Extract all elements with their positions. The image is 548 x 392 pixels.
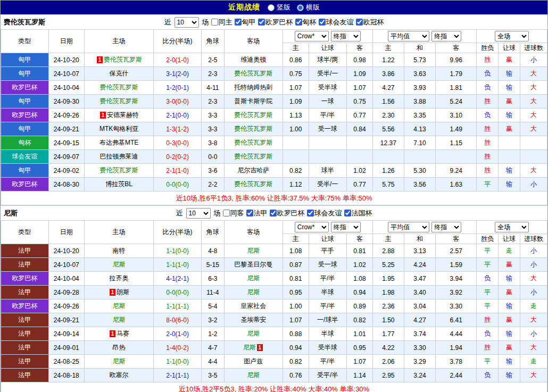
match-count-select[interactable]: 10 [175,17,199,28]
corner-cell: 11-4 [201,286,224,299]
home-team-name[interactable]: 朗斯 [117,288,129,296]
league-checkbox[interactable] [258,19,265,26]
away-team-name[interactable]: 托特纳姆热刺 [234,84,272,91]
league-checkbox[interactable] [295,19,302,26]
home-team-name[interactable]: 费伦茨瓦罗斯 [100,84,138,91]
away-team-name[interactable]: 费伦茨瓦罗斯 [234,70,272,77]
away-team-name[interactable]: 尼斯 [247,371,260,379]
avg-home-cell: 2.95 [372,369,404,382]
home-team-name[interactable]: 费伦茨瓦罗斯 [100,97,138,105]
avg-draw-cell: 3.35 [404,109,435,122]
away-team-cell: 尼斯 [224,327,283,341]
league-checkbox[interactable] [235,19,242,26]
league-filter-option[interactable]: 球会友谊 [307,208,342,218]
league-checkbox[interactable] [270,210,277,216]
verdict-result-cell: 平 [477,244,499,258]
home-team-name[interactable]: 费伦茨瓦罗斯 [100,166,138,174]
away-team-name[interactable]: 费伦茨瓦罗斯 [234,153,272,160]
league-checkbox[interactable] [344,210,351,216]
fulltime-select[interactable]: 全场 [495,222,529,232]
home-team-name[interactable]: 费伦茨瓦罗斯 [104,56,142,63]
fulltime-select[interactable]: 全场 [495,31,529,41]
away-team-name[interactable]: 尼斯 [243,344,256,351]
final-index-select[interactable]: 终指 [431,222,461,232]
home-team-cell: 尼斯 [84,299,153,313]
league-filter-option[interactable]: 法甲 [246,208,268,218]
same-venue-option[interactable]: 同主 [211,18,233,27]
final-index-select[interactable]: 终指 [431,31,461,41]
league-filter-option[interactable]: 法国杯 [344,208,372,218]
home-team-name[interactable]: 尼斯 [113,357,126,365]
home-team-name[interactable]: 保克什 [110,70,129,77]
view-radio[interactable] [297,4,304,11]
avg-draw-cell: 4.27 [404,313,435,327]
away-team-name[interactable]: 皇家社会 [240,302,266,310]
avg-home-cell: 5.75 [372,178,404,191]
away-team-cell: 巴黎圣日尔曼 [224,258,283,272]
same-venue-checkbox[interactable] [223,210,230,216]
away-team-name[interactable]: 维迪奥顿 [240,56,266,63]
bookmaker-select[interactable]: Crow* [295,31,329,41]
league-filter-option[interactable]: 欧罗巴杯 [270,208,305,218]
final-index-select[interactable]: 终指 [331,31,361,41]
home-team-name[interactable]: 布达弗基MTE [99,139,138,146]
same-venue-option[interactable]: 同客 [223,208,244,218]
league-checkbox[interactable] [319,19,326,26]
home-team-name[interactable]: 马赛 [117,330,129,337]
average-select[interactable]: 平均值 [388,31,429,41]
home-team-name[interactable]: 尼斯 [113,316,126,323]
league-checkbox[interactable] [307,210,314,216]
league-filter-option[interactable]: 欧罗巴杯 [258,18,293,27]
away-team-name[interactable]: 尼斯 [247,274,260,282]
corner-cell: 4-4 [201,355,224,369]
odds-handicap-cell: 受半球 [309,81,346,95]
home-team-name[interactable]: 南特 [113,247,126,254]
verdict-result-cell: 胜 [477,341,499,355]
away-team-name[interactable]: 费伦茨瓦罗斯 [234,180,272,188]
away-team-name[interactable]: 尼斯 [247,330,260,337]
league-filter-option[interactable]: 球会友谊 [319,18,354,27]
away-team-name[interactable]: 费伦茨瓦罗斯 [234,111,272,119]
away-team-name[interactable]: 尼斯 [247,247,260,254]
home-team-name[interactable]: 巴拉顿弗莱迪 [100,153,138,160]
odds-away-cell: 1.08 [346,272,372,286]
home-team-name[interactable]: 昂热 [113,344,126,351]
corner-cell: 3-8 [201,136,224,150]
home-team-name[interactable]: 拉齐奥 [110,274,129,282]
sub-header-result-1: 让球 [499,43,520,53]
view-option-horizontal[interactable]: 横版 [297,3,320,12]
home-team-name[interactable]: 博拉茨BL [105,180,132,188]
league-checkbox[interactable] [356,19,363,26]
league-filter-option[interactable]: 匈甲 [235,18,256,27]
league-checkbox[interactable] [246,210,253,216]
home-team-name[interactable]: MTK匈格利亚 [99,125,138,132]
away-team-name[interactable]: 圣埃蒂安 [240,316,266,323]
average-select[interactable]: 平均值 [388,222,429,232]
away-team-name[interactable]: 巴黎圣日尔曼 [234,261,272,268]
final-index-select[interactable]: 终指 [331,222,361,232]
league-filter-option[interactable]: 欧冠杯 [356,18,384,27]
away-team-name[interactable]: 费伦茨瓦罗斯 [234,139,272,146]
view-radio[interactable] [268,4,275,11]
verdict-handicap-cell: 赢 [499,122,520,136]
league-filter-option[interactable]: 匈杯 [295,18,317,27]
avg-home-cell: 1.95 [372,272,404,286]
odds-away-cell: 1.14 [346,369,372,382]
odds-handicap-cell [309,136,346,150]
view-option-vertical[interactable]: 竖版 [268,3,290,12]
home-team-name[interactable]: 尼斯 [113,302,126,310]
bookmaker-select[interactable]: Crow* [295,222,329,232]
away-team-name[interactable]: 图卢兹 [244,357,263,365]
away-team-name[interactable]: 尼斯 [247,288,260,296]
match-row: 球会友谊24-09-07巴拉顿弗莱迪0-2(0-2)0-0费伦茨瓦罗斯胜 [1,150,547,164]
verdict-handicap-cell: 走 [499,244,520,258]
home-team-name[interactable]: 尼斯 [113,261,126,268]
away-team-name[interactable]: 普斯卡斯学院 [234,97,272,105]
away-team-name[interactable]: 尼尔吉哈萨 [237,166,269,174]
home-team-name[interactable]: 安德莱赫特 [107,111,139,119]
home-team-name[interactable]: 欧塞尔 [110,371,129,379]
red-card-badge: 1 [97,56,103,63]
match-count-select[interactable]: 10 [186,208,211,219]
away-team-name[interactable]: 费伦茨瓦罗斯 [234,125,272,132]
same-venue-checkbox[interactable] [211,19,218,26]
